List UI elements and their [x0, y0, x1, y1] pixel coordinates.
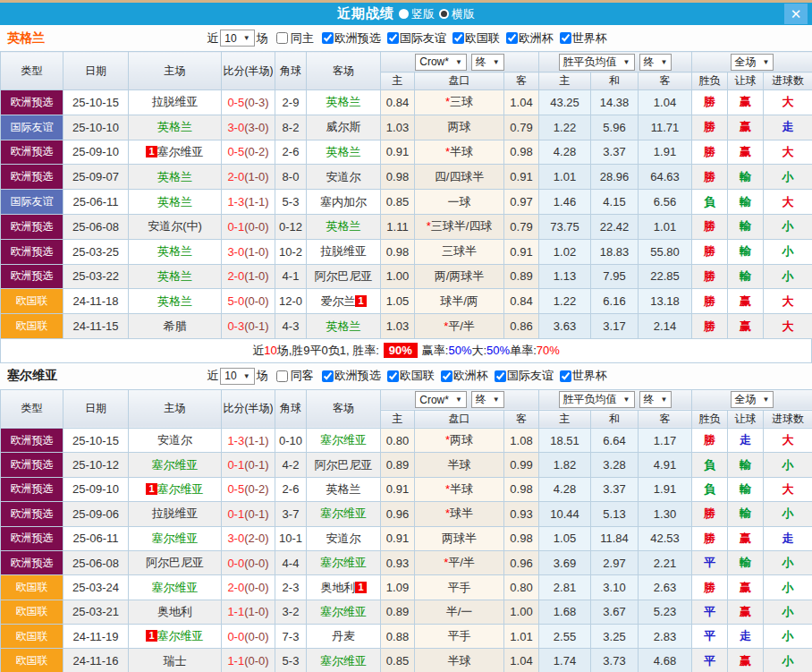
home-odds-cell: 1.03 [381, 115, 415, 140]
same-venue-checkbox[interactable] [276, 32, 288, 44]
handicap-value: 两球 [450, 433, 473, 447]
competition-checkbox[interactable] [560, 32, 571, 44]
games-label: 场 [257, 368, 268, 384]
odds-source-select[interactable]: Crow*▼ [415, 391, 467, 408]
handicap-cell: *三球半/四球 [415, 214, 504, 239]
rank-1-badge: 1 [355, 582, 366, 593]
team-name: 塞尔维亚 [152, 458, 199, 472]
competition-checkbox[interactable] [506, 32, 518, 44]
competition-checkbox[interactable] [387, 32, 399, 44]
competition-checkbox[interactable] [322, 32, 334, 44]
same-venue-checkbox[interactable] [276, 370, 288, 382]
result-cell: 勝 [692, 214, 728, 239]
col-away-odds: 客 [504, 72, 539, 90]
handicap-cell: *平/半 [415, 314, 504, 339]
full-match-select[interactable]: 全场▼ [731, 54, 774, 71]
team-name: 塞尔维亚 [320, 605, 367, 618]
final-wdl-select[interactable]: 终▼ [639, 391, 672, 408]
competition-checkbox[interactable] [560, 370, 571, 382]
team-name: 爱尔兰 [320, 294, 355, 308]
competition-checkbox[interactable] [441, 370, 453, 382]
col-handicap-result: 让球 [728, 410, 764, 428]
radio-horizontal-layout[interactable]: 横版 [439, 6, 475, 22]
full-match-select[interactable]: 全场▼ [731, 391, 774, 408]
final-odds-select[interactable]: 终▼ [471, 391, 504, 408]
lose-mean-cell: 2.14 [639, 314, 692, 339]
handicap-result-cell: 赢 [728, 600, 764, 624]
corner-cell: 4-1 [275, 264, 307, 289]
handicap-value: 半球 [450, 482, 473, 496]
lose-mean-cell: 55.80 [639, 239, 692, 264]
match-count-select[interactable]: 10▼ [220, 368, 254, 385]
competition-type-cell: 国际友谊 [1, 115, 63, 140]
match-row: 欧洲预选25-06-08阿尔巴尼亚0-0(0-0)4-4塞尔维亚0.93*平/半… [1, 550, 812, 574]
handicap-value: 半球 [448, 458, 471, 472]
competition-type-cell: 欧国联 [1, 289, 63, 314]
halftime-score: (2-0) [244, 532, 268, 545]
lose-mean-cell: 1.04 [639, 90, 692, 115]
match-row: 欧国联25-03-24塞尔维亚2-0(0-0)2-3奥地利11.09平手0.80… [1, 575, 812, 600]
radio-vertical-layout[interactable]: 竖版 [399, 6, 435, 22]
draw-mean-cell: 3.10 [591, 575, 639, 600]
score-cell: 0-5(0-2) [222, 477, 275, 501]
col-lose-mean: 客 [639, 72, 692, 90]
score-cell: 0-3(0-1) [222, 314, 275, 339]
chevron-down-icon: ▼ [455, 396, 462, 404]
home-odds-cell: 0.98 [381, 165, 415, 190]
rank-1-badge: 1 [146, 483, 156, 495]
away-odds-cell: 0.98 [504, 477, 539, 501]
handicap-result-cell: 赢 [728, 575, 764, 600]
win-mean-cell: 1.13 [539, 264, 591, 289]
handicap-value: 三球 [450, 95, 473, 108]
team-name: 塞内加尔 [320, 195, 367, 208]
wdl-mean-select[interactable]: 胜平负均值▼ [559, 391, 635, 408]
handicap-result-cell: 輸 [728, 264, 764, 289]
competition-checkbox[interactable] [495, 370, 506, 382]
team-name: 英格兰 [326, 95, 361, 108]
match-row: 欧洲预选25-10-15安道尔1-3(1-1)0-10塞尔维亚0.80*两球1.… [1, 428, 812, 452]
away-team-cell: 威尔斯 [307, 115, 381, 140]
win-mean-cell: 1.22 [539, 289, 591, 314]
home-team-cell: 1塞尔维亚 [129, 625, 222, 649]
goals-result-cell: 小 [764, 625, 812, 649]
chevron-down-icon: ▼ [493, 396, 500, 404]
draw-mean-cell: 28.96 [591, 165, 639, 190]
halftime-score: (1-0) [244, 245, 268, 259]
competition-checkbox[interactable] [387, 370, 399, 382]
handicap-result-cell: 輸 [728, 239, 764, 264]
competition-type-cell: 欧洲预选 [1, 90, 63, 115]
team-name: 英格兰 [157, 170, 192, 183]
competition-checkbox[interactable] [322, 370, 334, 382]
final-odds-select[interactable]: 终▼ [471, 54, 504, 71]
match-count-select[interactable]: 10▼ [220, 30, 254, 47]
win-mean-cell: 1.01 [539, 165, 591, 190]
result-cell: 勝 [692, 140, 728, 165]
competition-label: 世界杯 [572, 30, 607, 47]
halftime-score: (0-0) [244, 220, 268, 234]
competition-type-cell: 欧洲预选 [1, 477, 63, 501]
final-wdl-select[interactable]: 终▼ [639, 54, 672, 71]
home-odds-cell: 1.03 [381, 314, 415, 339]
handicap-cell: 四/四球半 [415, 165, 504, 190]
lose-mean-cell: 1.17 [639, 428, 692, 452]
team-name: 希腊 [164, 319, 187, 333]
away-team-cell: 英格兰 [307, 90, 381, 115]
home-team-cell: 英格兰 [129, 264, 222, 289]
radio-unchecked-icon[interactable] [399, 9, 409, 19]
competition-checkbox[interactable] [453, 32, 464, 44]
wdl-mean-select[interactable]: 胜平负均值▼ [559, 54, 635, 71]
serbia-filter-bar: 塞尔维亚 近10▼场同客欧洲预选欧国联欧洲杯国际友谊世界杯 [0, 363, 812, 389]
away-team-cell: 英格兰 [307, 314, 381, 339]
col-type: 类型 [1, 389, 63, 428]
chevron-down-icon: ▼ [243, 34, 250, 42]
handicap-result-cell: 輸 [728, 453, 764, 477]
competition-label: 欧洲杯 [519, 30, 554, 47]
close-icon[interactable]: ✕ [784, 4, 808, 24]
radio-checked-icon[interactable] [439, 9, 449, 19]
odds-source-select[interactable]: Crow*▼ [415, 54, 467, 71]
score-cell: 2-0(1-0) [222, 264, 275, 289]
halftime-score: (0-0) [244, 557, 268, 570]
col-lose-mean: 客 [639, 410, 692, 428]
summary-text: 70% [537, 344, 560, 357]
result-cell: 平 [692, 649, 728, 672]
